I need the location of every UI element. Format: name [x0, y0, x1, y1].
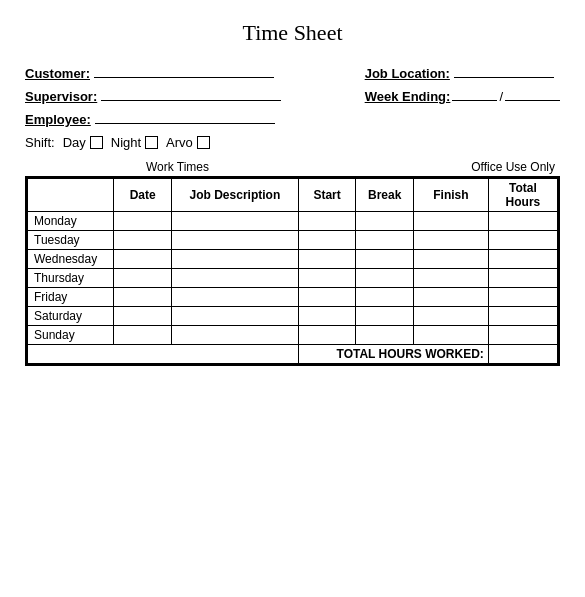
job-location-field-row: Job Location: [365, 64, 560, 81]
shift-arvo-label: Arvo [166, 135, 193, 150]
header-break: Break [356, 179, 414, 212]
desc-thursday[interactable] [172, 269, 299, 288]
date-saturday[interactable] [114, 307, 172, 326]
finish-sunday[interactable] [413, 326, 488, 345]
table-row: Friday [28, 288, 558, 307]
desc-friday[interactable] [172, 288, 299, 307]
left-fields: Customer: Supervisor: Employee: [25, 64, 281, 127]
total-footer-row: TOTAL HOURS WORKED: [28, 345, 558, 364]
desc-sunday[interactable] [172, 326, 299, 345]
header-job-description: Job Description [172, 179, 299, 212]
supervisor-label: Supervisor: [25, 89, 97, 104]
break-monday[interactable] [356, 212, 414, 231]
total-hours-worked-label: TOTAL HOURS WORKED: [298, 345, 488, 364]
desc-saturday[interactable] [172, 307, 299, 326]
shift-label: Shift: [25, 135, 55, 150]
customer-line [94, 64, 274, 78]
finish-friday[interactable] [413, 288, 488, 307]
table-row: Wednesday [28, 250, 558, 269]
finish-monday[interactable] [413, 212, 488, 231]
break-tuesday[interactable] [356, 231, 414, 250]
desc-wednesday[interactable] [172, 250, 299, 269]
break-wednesday[interactable] [356, 250, 414, 269]
day-saturday: Saturday [28, 307, 114, 326]
job-location-label: Job Location: [365, 66, 450, 81]
week-ending-label: Week Ending: [365, 89, 451, 104]
right-fields: Job Location: Week Ending: / [365, 64, 560, 127]
start-saturday[interactable] [298, 307, 356, 326]
total-sunday[interactable] [488, 326, 557, 345]
break-sunday[interactable] [356, 326, 414, 345]
day-monday: Monday [28, 212, 114, 231]
day-friday: Friday [28, 288, 114, 307]
page: Time Sheet Customer: Supervisor: Employe… [0, 0, 585, 597]
shift-day-checkbox[interactable] [90, 136, 103, 149]
week-ending-seg1 [452, 87, 497, 101]
shift-row: Shift: Day Night Arvo [25, 135, 560, 150]
day-thursday: Thursday [28, 269, 114, 288]
employee-line [95, 110, 275, 124]
header-day [28, 179, 114, 212]
shift-arvo-checkbox[interactable] [197, 136, 210, 149]
shift-night-checkbox[interactable] [145, 136, 158, 149]
timesheet-table: Date Job Description Start Break Finish … [27, 178, 558, 364]
total-thursday[interactable] [488, 269, 557, 288]
start-tuesday[interactable] [298, 231, 356, 250]
finish-tuesday[interactable] [413, 231, 488, 250]
customer-label: Customer: [25, 66, 90, 81]
date-tuesday[interactable] [114, 231, 172, 250]
day-tuesday: Tuesday [28, 231, 114, 250]
desc-monday[interactable] [172, 212, 299, 231]
form-section: Customer: Supervisor: Employee: Job Loca… [25, 64, 560, 127]
date-monday[interactable] [114, 212, 172, 231]
supervisor-field-row: Supervisor: [25, 87, 281, 104]
total-monday[interactable] [488, 212, 557, 231]
header-start: Start [298, 179, 356, 212]
customer-field-row: Customer: [25, 64, 281, 81]
start-wednesday[interactable] [298, 250, 356, 269]
section-headers-row: Work Times Office Use Only [25, 160, 560, 174]
date-friday[interactable] [114, 288, 172, 307]
shift-day-label: Day [63, 135, 86, 150]
table-row: Thursday [28, 269, 558, 288]
timesheet-table-wrapper: Date Job Description Start Break Finish … [25, 176, 560, 366]
shift-night-label: Night [111, 135, 141, 150]
finish-thursday[interactable] [413, 269, 488, 288]
total-friday[interactable] [488, 288, 557, 307]
date-thursday[interactable] [114, 269, 172, 288]
finish-wednesday[interactable] [413, 250, 488, 269]
table-row: Monday [28, 212, 558, 231]
day-sunday: Sunday [28, 326, 114, 345]
break-friday[interactable] [356, 288, 414, 307]
total-footer-empty1 [28, 345, 299, 364]
break-saturday[interactable] [356, 307, 414, 326]
shift-day-option: Day [63, 135, 103, 150]
table-row: Sunday [28, 326, 558, 345]
total-hours-worked-value[interactable] [488, 345, 557, 364]
employee-label: Employee: [25, 112, 91, 127]
office-use-label: Office Use Only [330, 160, 560, 174]
date-separator: / [499, 89, 503, 104]
shift-night-option: Night [111, 135, 158, 150]
week-ending-field-row: Week Ending: / [365, 87, 560, 104]
table-row: Saturday [28, 307, 558, 326]
total-saturday[interactable] [488, 307, 557, 326]
date-wednesday[interactable] [114, 250, 172, 269]
table-row: Tuesday [28, 231, 558, 250]
finish-saturday[interactable] [413, 307, 488, 326]
desc-tuesday[interactable] [172, 231, 299, 250]
supervisor-line [101, 87, 281, 101]
work-times-label: Work Times [25, 160, 330, 174]
start-sunday[interactable] [298, 326, 356, 345]
table-header-row: Date Job Description Start Break Finish … [28, 179, 558, 212]
break-thursday[interactable] [356, 269, 414, 288]
shift-arvo-option: Arvo [166, 135, 210, 150]
header-finish: Finish [413, 179, 488, 212]
date-sunday[interactable] [114, 326, 172, 345]
start-friday[interactable] [298, 288, 356, 307]
total-wednesday[interactable] [488, 250, 557, 269]
start-monday[interactable] [298, 212, 356, 231]
total-tuesday[interactable] [488, 231, 557, 250]
start-thursday[interactable] [298, 269, 356, 288]
page-title: Time Sheet [25, 20, 560, 46]
